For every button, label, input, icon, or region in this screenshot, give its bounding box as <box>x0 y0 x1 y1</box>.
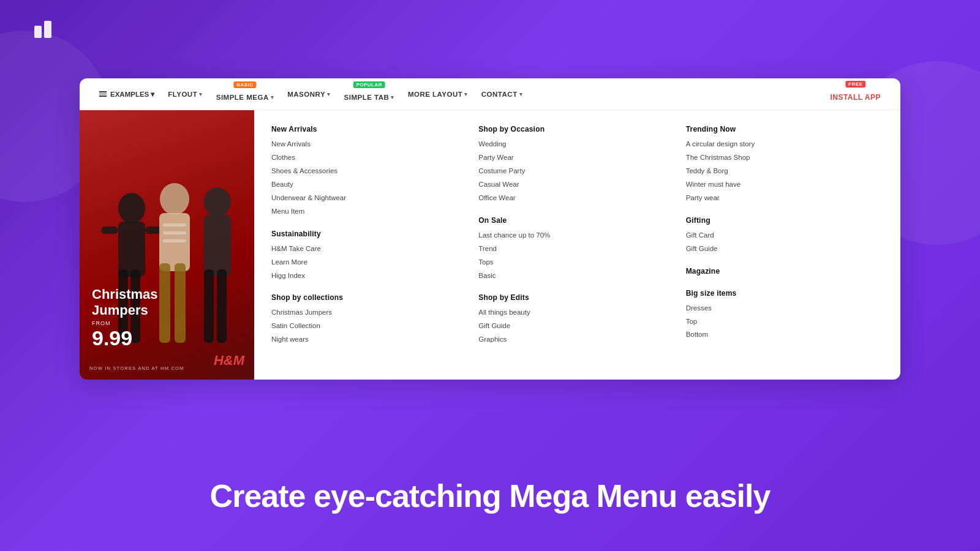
menu-link-item[interactable]: Gift Guide <box>478 321 666 331</box>
menu-link-item[interactable]: Winter must have <box>686 180 873 189</box>
simple-tab-label: SIMPLE TAB <box>344 94 390 101</box>
section-shop-by-edits: Shop by EditsAll things beautyGift Guide… <box>478 293 666 344</box>
svg-rect-10 <box>159 263 170 343</box>
menu-link-item[interactable]: Office Wear <box>478 193 666 203</box>
svg-rect-17 <box>163 231 186 234</box>
section-title: Sustainability <box>271 230 459 238</box>
simple-mega-label: SIMPLE MEGA <box>216 94 269 101</box>
menu-link-item[interactable]: Night wears <box>271 335 459 344</box>
flyout-label: FLYOUT <box>168 91 197 98</box>
more-layout-label: MORE LAYOUT <box>408 91 462 98</box>
menu-columns: New ArrivalsNew ArrivalsClothesShoes & A… <box>254 110 900 380</box>
simple-mega-chevron: ▾ <box>271 94 274 100</box>
examples-chevron: ▾ <box>151 90 154 99</box>
menu-link-item[interactable]: Last chance up to 70% <box>478 231 666 240</box>
menu-link-item[interactable]: Graphics <box>478 335 666 344</box>
menu-link-item[interactable]: Learn More <box>271 258 459 267</box>
nav-item-simple-tab[interactable]: POPULAR SIMPLE TAB ▾ <box>339 85 399 103</box>
menu-link-item[interactable]: Beauty <box>271 180 459 189</box>
menu-link-item[interactable]: Clothes <box>271 153 459 162</box>
jumpers-text: Jumpers <box>92 303 158 318</box>
navbar: EXAMPLES ▾ FLYOUT ▾ BASIC SIMPLE MEGA ▾ … <box>80 78 900 110</box>
nav-item-contact[interactable]: CONTACT ▾ <box>477 88 527 100</box>
svg-rect-18 <box>163 239 186 242</box>
nav-item-masonry[interactable]: MaSonRY ▾ <box>282 88 335 100</box>
menu-link-item[interactable]: Teddy & Borg <box>686 167 873 176</box>
menu-link-item[interactable]: Underwear & Nightwear <box>271 193 459 203</box>
app-logo[interactable] <box>29 17 56 44</box>
svg-rect-11 <box>175 263 186 343</box>
svg-point-8 <box>160 183 189 215</box>
nav-item-install-app[interactable]: FREE INSTALL APP <box>825 84 886 104</box>
menu-link-item[interactable]: Costume Party <box>478 167 666 176</box>
xmas-text: Christmas <box>92 287 158 302</box>
menu-link-item[interactable]: The Christmas Shop <box>686 153 873 162</box>
menu-link-item[interactable]: Trend <box>478 244 666 253</box>
section-shop-by-collections: Shop by collectionsChristmas JumpersSati… <box>271 293 459 344</box>
section-trending-now: Trending NowA circular design storyThe C… <box>686 125 873 203</box>
menu-link-item[interactable]: Gift Card <box>686 231 873 240</box>
section-gifting: GiftingGift CardGift Guide <box>686 216 873 253</box>
masonry-chevron: ▾ <box>327 91 331 97</box>
contact-label: CONTACT <box>481 91 518 98</box>
menu-link-item[interactable]: Wedding <box>478 140 666 149</box>
section-title: Shop by collections <box>271 293 459 302</box>
menu-card: EXAMPLES ▾ FLYOUT ▾ BASIC SIMPLE MEGA ▾ … <box>80 78 900 380</box>
menu-link-item[interactable]: New Arrivals <box>271 140 459 149</box>
menu-link-item[interactable]: Bottom <box>686 330 873 339</box>
contact-chevron: ▾ <box>519 91 523 97</box>
svg-rect-6 <box>101 227 118 234</box>
menu-link-item[interactable]: Casual Wear <box>478 180 666 189</box>
from-label: FROM <box>92 320 158 326</box>
menu-link-item[interactable]: A circular design story <box>686 140 873 149</box>
hm-logo: H&M <box>214 353 244 369</box>
menu-link-item[interactable]: Tops <box>478 258 666 267</box>
section-new-arrivals: New ArrivalsNew ArrivalsClothesShoes & A… <box>271 125 459 216</box>
section-shop-by-occasion: Shop by OccasionWeddingParty WearCostume… <box>478 125 666 203</box>
menu-link-item[interactable]: Christmas Jumpers <box>271 308 459 317</box>
menu-col-3: Trending NowA circular design storyThe C… <box>676 125 883 365</box>
svg-rect-0 <box>34 26 42 38</box>
menu-link-item[interactable]: Dresses <box>686 304 873 313</box>
nav-item-more-layout[interactable]: MORE LAYOUT ▾ <box>403 88 473 100</box>
price-text: 9.99 <box>92 326 158 350</box>
flyout-chevron: ▾ <box>199 91 203 97</box>
menu-link-item[interactable]: Satin Collection <box>271 321 459 331</box>
menu-link-item[interactable]: All things beauty <box>478 308 666 317</box>
install-app-label: INSTALL APP <box>830 93 881 102</box>
svg-rect-1 <box>44 21 51 38</box>
menu-link-item[interactable]: Gift Guide <box>686 244 873 253</box>
section-title: New Arrivals <box>271 125 459 133</box>
menu-link-item[interactable]: Top <box>686 317 873 326</box>
menu-link-item[interactable]: Basic <box>478 271 666 280</box>
menu-link-item[interactable]: Higg Index <box>271 271 459 280</box>
menu-link-item[interactable]: Menu Item <box>271 207 459 216</box>
menu-col-2: Shop by OccasionWeddingParty WearCostume… <box>469 125 676 365</box>
section-title: Trending Now <box>686 125 873 133</box>
more-layout-chevron: ▾ <box>464 91 468 97</box>
nav-item-examples[interactable]: EXAMPLES ▾ <box>94 88 159 101</box>
menu-link-item[interactable]: Party wear <box>686 193 873 203</box>
svg-rect-15 <box>217 269 227 343</box>
menu-link-item[interactable]: H&M Take Care <box>271 244 459 253</box>
section-big-size-items: Big size itemsDressesTopBottom <box>686 289 873 340</box>
section-title: Big size items <box>686 289 873 298</box>
svg-rect-3 <box>118 222 145 277</box>
hamburger-icon <box>99 91 107 97</box>
nav-item-flyout[interactable]: FLYOUT ▾ <box>163 88 207 100</box>
page-headline: Create eye-catching Mega Menu easily <box>0 478 980 514</box>
section-title: On Sale <box>478 216 666 225</box>
nav-item-simple-mega[interactable]: BASIC SIMPLE MEGA ▾ <box>211 85 279 103</box>
install-app-badge: FREE <box>845 81 865 88</box>
svg-rect-13 <box>204 215 231 276</box>
simple-mega-badge: BASIC <box>233 81 256 88</box>
menu-image-panel: Christmas Jumpers FROM 9.99 NOW IN STORE… <box>80 110 254 380</box>
menu-link-item[interactable]: Shoes & Accessories <box>271 167 459 176</box>
menu-col-1: New ArrivalsNew ArrivalsClothesShoes & A… <box>271 125 469 365</box>
section-title: Gifting <box>686 216 873 225</box>
section-magazine: Magazine <box>686 267 873 276</box>
menu-link-item[interactable]: Party Wear <box>478 153 666 162</box>
section-sustainability: SustainabilityH&M Take CareLearn MoreHig… <box>271 230 459 280</box>
examples-label: EXAMPLES <box>110 91 149 98</box>
section-title: Magazine <box>686 267 873 276</box>
